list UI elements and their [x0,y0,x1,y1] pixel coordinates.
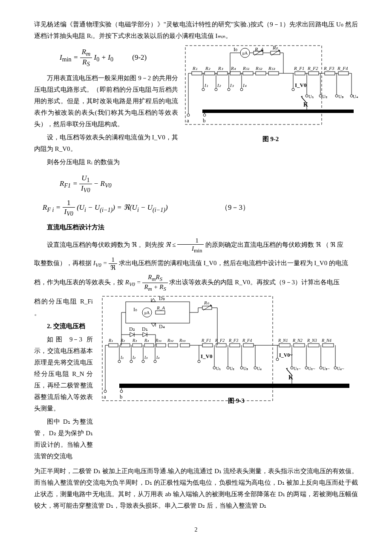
svg-text:R₅₁: R₅₁ [242,66,249,71]
svg-text:b: b [120,393,123,400]
svg-text:R₃: R₃ [132,338,137,343]
svg-text:K: K [288,374,293,381]
svg-text:U₄: U₄ [257,366,262,371]
svg-text:I₃: I₃ [230,83,234,88]
svg-text:R_N3: R_N3 [307,338,317,343]
svg-text:R₁: R₁ [192,66,197,71]
svg-text:U₃~: U₃~ [323,366,330,371]
svg-point-180 [320,367,322,369]
svg-rect-139 [308,344,319,347]
svg-text:μA: μA [144,310,150,315]
svg-text:U₁~: U₁~ [294,366,301,371]
svg-point-173 [276,358,279,361]
svg-text:U₂~: U₂~ [308,366,315,371]
svg-text:D₂: D₂ [129,326,135,332]
svg-text:R₄: R₄ [231,66,236,71]
svg-text:R_F4: R_F4 [337,66,348,71]
svg-text:R₀: R₀ [204,300,209,305]
svg-rect-130 [230,344,240,347]
meter-label: μA [242,51,248,55]
svg-text:R_F2: R_F2 [215,338,225,343]
svg-rect-14 [217,72,228,75]
svg-text:U₃: U₃ [243,366,248,371]
svg-rect-128 [202,344,213,347]
svg-rect-18 [268,72,279,75]
svg-point-52 [228,88,230,91]
svg-text:I₁: I₁ [120,355,124,360]
svg-point-165 [240,367,243,369]
svg-rect-112 [121,344,130,347]
label-IV0: I_V0 [295,82,306,88]
svg-rect-117 [180,344,190,347]
paragraph-6: 取整数值），再根据 IV0 = 1ℜ 求出电压档所需的满程电流值 I_V0，然后… [34,256,358,272]
svg-point-64 [319,95,322,97]
svg-text:D₃: D₃ [159,295,165,301]
svg-text:R₅₂: R₅₂ [167,338,174,343]
svg-point-54 [240,88,243,91]
svg-point-62 [306,95,308,97]
figure-9-3-label: 图 9-3 [228,397,245,404]
svg-point-163 [227,367,229,369]
svg-rect-137 [279,344,290,347]
svg-point-191 [104,390,107,393]
svg-point-178 [305,367,308,369]
svg-text:U₄~: U₄~ [337,366,344,371]
figure-9-2: μA I₀ R_A R₀ R₁ R₂ [183,43,358,145]
svg-text:I₀: I₀ [133,306,137,312]
paragraph-4: 则各分压电阻 Rᵢ 的数值为 [34,156,358,168]
svg-point-182 [334,367,337,369]
equation-RF1: RF1 = U1IV0 − RV0 [60,174,358,194]
svg-point-167 [254,367,257,369]
svg-text:R_F1: R_F1 [294,66,304,71]
svg-rect-140 [323,344,334,347]
paragraph-5: 设直流电压档的每伏欧姆数为 ℜ 。则先按 ℜ ≤ 1Imin 的原则确定出直流电… [34,237,358,254]
figure-9-3: μA I₀ R_A D₃ D₄ R₀ D₂ D₁ [98,294,358,409]
svg-rect-111 [109,344,118,347]
svg-text:U₃: U₃ [338,94,343,99]
svg-rect-36 [308,72,319,75]
page-number: 2 [34,524,358,535]
svg-text:R₅₃: R₅₃ [179,338,186,343]
equation-9-3: RF i = 1IV0 (Ui − U(i−1)) = ℜ(Ui − U(i−1… [43,199,358,218]
svg-text:U₁: U₁ [308,94,314,99]
svg-rect-35 [295,72,305,75]
heading-dc-voltage: 直流电压档设计方法 [34,222,358,233]
svg-rect-131 [243,344,254,347]
svg-text:U₁: U₁ [216,366,221,371]
svg-text:R₅₁: R₅₁ [155,338,161,343]
svg-text:R_N2: R_N2 [292,338,303,343]
svg-rect-15 [230,72,240,75]
svg-text:I₄: I₄ [242,83,247,88]
svg-text:I₂: I₂ [217,83,221,88]
svg-text:I_V0: I_V0 [201,353,212,359]
svg-rect-116 [168,344,178,347]
svg-point-148 [130,360,133,363]
figure-9-2-label: 图 9-2 [183,133,358,145]
svg-point-192 [120,390,123,393]
svg-text:D₄: D₄ [159,324,165,330]
paragraph-intro: 详见杨述编《普通物理实验（电磁学部分）》"灵敏电流计特性的研究"实验.)按式（9… [34,19,358,42]
svg-text:I₄: I₄ [156,355,160,360]
left-column: 档的分压电阻 R_Fi 。 2. 交流电压档 如图 9－3 所示，交流电压档基本… [34,294,93,464]
svg-text:a: a [187,117,189,124]
svg-rect-12 [192,72,202,75]
svg-point-66 [335,95,338,97]
paragraph-7: 档，作为电压表的等效表头，按 RV0 = RmRSRm + RS 求出该等效表头… [34,273,358,292]
svg-point-48 [202,88,205,91]
svg-text:U₂: U₂ [230,366,234,371]
svg-text:R_N1: R_N1 [278,338,288,343]
svg-rect-17 [256,72,266,75]
svg-text:R_F2: R_F2 [307,66,318,71]
svg-text:I₁: I₁ [204,83,208,88]
svg-point-152 [154,360,156,363]
svg-point-150 [142,360,144,363]
svg-text:b: b [203,117,206,124]
label-RA: R_A [254,46,264,52]
svg-text:R_F1: R_F1 [201,338,211,343]
svg-point-146 [118,360,121,363]
svg-rect-16 [243,72,253,75]
svg-rect-138 [294,344,305,347]
svg-point-76 [187,114,190,116]
svg-text:R_F4: R_F4 [242,338,252,343]
label-I0: I₀ [233,46,237,52]
